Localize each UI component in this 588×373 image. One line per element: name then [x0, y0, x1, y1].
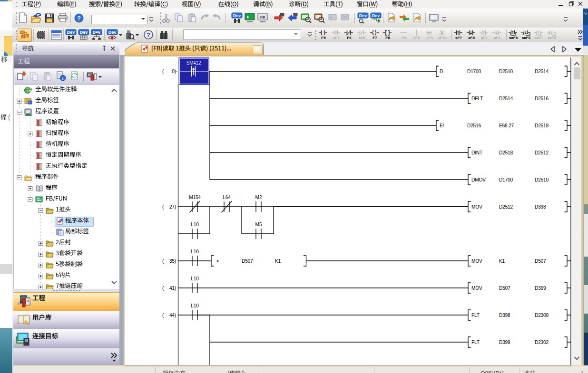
svg-text:L10: L10: [191, 249, 199, 254]
svg-text:Dev: Dev: [80, 30, 88, 35]
svg-text:27): 27): [169, 204, 176, 210]
svg-text:D2518: D2518: [499, 150, 513, 155]
svg-text:DFLT: DFLT: [471, 96, 483, 101]
svg-text:(: (: [162, 286, 164, 291]
svg-text:D507: D507: [535, 258, 546, 264]
svg-text:Dev: Dev: [67, 30, 75, 35]
svg-text:D2516: D2516: [535, 96, 549, 101]
svg-text:D2510: D2510: [535, 177, 549, 182]
svg-text:D2510: D2510: [499, 69, 513, 74]
svg-text:MOV: MOV: [471, 204, 482, 210]
svg-text:44): 44): [169, 313, 176, 318]
svg-text:D2512: D2512: [499, 204, 513, 210]
svg-text:41): 41): [169, 286, 176, 291]
svg-text:35): 35): [169, 258, 176, 264]
svg-text:MOV: MOV: [471, 258, 482, 264]
svg-text:DMOV: DMOV: [471, 177, 486, 182]
svg-text:D2302: D2302: [535, 340, 549, 345]
svg-text:D398: D398: [499, 313, 510, 318]
svg-text:D398: D398: [535, 204, 546, 210]
svg-text:D2518: D2518: [535, 123, 549, 128]
svg-text:D2516: D2516: [467, 123, 481, 128]
svg-text:<: <: [216, 258, 219, 264]
svg-text:(: (: [162, 313, 164, 318]
svg-text:SM412: SM412: [186, 60, 201, 66]
svg-text:L64: L64: [223, 195, 231, 200]
svg-text:D399: D399: [535, 286, 546, 291]
svg-text:K1: K1: [275, 258, 281, 264]
svg-text:FLT: FLT: [471, 340, 480, 345]
svg-text:E/: E/: [440, 123, 444, 128]
svg-text:Dev: Dev: [233, 13, 241, 18]
svg-text:M2: M2: [255, 195, 262, 200]
svg-text:M5: M5: [255, 222, 262, 227]
svg-text:Dev: Dev: [359, 13, 367, 18]
svg-text:L10: L10: [191, 222, 199, 227]
svg-text:(: (: [162, 69, 164, 74]
svg-text:D507: D507: [242, 258, 253, 264]
svg-text:D1700: D1700: [467, 69, 481, 74]
svg-text:D2300: D2300: [535, 313, 549, 318]
svg-text:HK: HK: [260, 15, 266, 19]
svg-text:D-: D-: [440, 69, 444, 74]
svg-text:MOV: MOV: [471, 286, 482, 291]
svg-text:D507: D507: [499, 286, 510, 291]
svg-text:(: (: [162, 258, 164, 264]
svg-text:M154: M154: [189, 195, 201, 200]
svg-text:D2514: D2514: [535, 69, 549, 74]
svg-text:FLT: FLT: [471, 313, 480, 318]
svg-text:?: ?: [147, 31, 150, 38]
svg-text:K1: K1: [499, 258, 505, 264]
svg-text:L10: L10: [191, 303, 199, 308]
svg-text:D2512: D2512: [535, 150, 549, 155]
svg-text:?: ?: [77, 15, 81, 22]
svg-text:E68.27: E68.27: [499, 123, 514, 128]
svg-text:D1700: D1700: [499, 177, 513, 182]
svg-text:DINT: DINT: [471, 150, 482, 155]
svg-text:(: (: [162, 204, 164, 210]
svg-text:Dev: Dev: [372, 13, 380, 18]
svg-text:L10: L10: [191, 276, 199, 281]
svg-text:D2514: D2514: [499, 96, 513, 101]
svg-text:0): 0): [172, 69, 176, 74]
svg-text:D399: D399: [499, 340, 510, 345]
svg-text:Dev: Dev: [108, 30, 117, 35]
